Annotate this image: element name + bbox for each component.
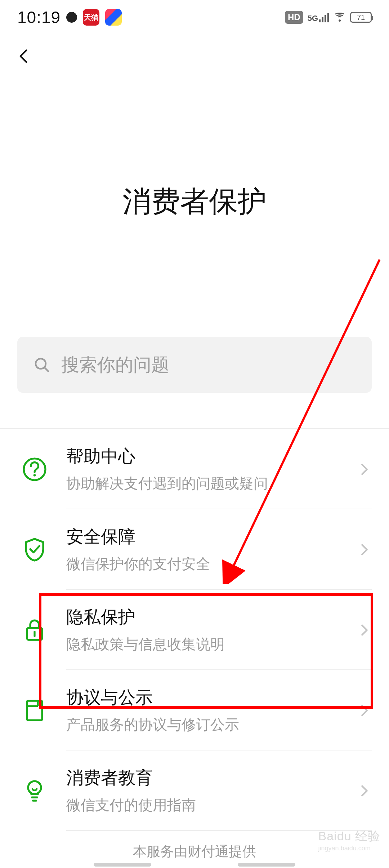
app-icon-tmall: 天猫 xyxy=(83,9,99,26)
hd-badge-icon: HD xyxy=(285,11,303,24)
list-item-title: 协议与公示 xyxy=(66,686,343,709)
list-item-privacy[interactable]: 隐私保护 隐私政策与信息收集说明 xyxy=(17,590,372,670)
lightbulb-icon xyxy=(17,774,52,808)
svg-rect-6 xyxy=(27,701,42,720)
chevron-right-icon xyxy=(357,703,372,718)
chevron-right-icon xyxy=(357,784,372,798)
menu-list: 帮助中心 协助解决支付遇到的问题或疑问 安全保障 微信保护你的支付安全 xyxy=(0,428,389,831)
document-icon xyxy=(17,693,52,728)
list-item-agreements[interactable]: 协议与公示 产品服务的协议与修订公示 xyxy=(17,670,372,750)
search-placeholder: 搜索你的问题 xyxy=(61,353,169,377)
svg-point-3 xyxy=(33,474,36,477)
list-item-title: 隐私保护 xyxy=(66,606,343,629)
list-item-text: 消费者教育 微信支付的使用指南 xyxy=(66,766,343,815)
list-item-subtitle: 微信保护你的支付安全 xyxy=(66,554,343,574)
list-item-security[interactable]: 安全保障 微信保护你的支付安全 xyxy=(17,509,372,590)
wifi-icon xyxy=(334,12,346,22)
search-section: 搜索你的问题 xyxy=(0,337,389,393)
list-item-title: 消费者教育 xyxy=(66,766,343,789)
signal-bars-icon xyxy=(319,12,329,22)
status-right: HD 5G 71 xyxy=(285,11,372,24)
watermark-brand: Baidu 经验 xyxy=(318,829,380,843)
svg-point-9 xyxy=(28,781,41,794)
back-button[interactable] xyxy=(13,45,35,67)
watermark: Baidu 经验 jingyan.baidu.com xyxy=(318,828,380,852)
chevron-left-icon xyxy=(16,48,32,64)
list-item-subtitle: 协助解决支付遇到的问题或疑问 xyxy=(66,474,343,493)
nav-bar xyxy=(0,35,389,78)
list-item-help-center[interactable]: 帮助中心 协助解决支付遇到的问题或疑问 xyxy=(17,429,372,509)
lock-icon xyxy=(17,613,52,647)
list-item-title: 安全保障 xyxy=(66,525,343,548)
list-item-subtitle: 隐私政策与信息收集说明 xyxy=(66,634,343,654)
list-item-text: 安全保障 微信保护你的支付安全 xyxy=(66,525,343,574)
network-type-label: 5G xyxy=(308,14,318,22)
battery-icon: 71 xyxy=(350,12,372,23)
list-item-title: 帮助中心 xyxy=(66,445,343,468)
list-item-text: 隐私保护 隐私政策与信息收集说明 xyxy=(66,606,343,654)
list-item-education[interactable]: 消费者教育 微信支付的使用指南 xyxy=(17,750,372,831)
question-circle-icon xyxy=(17,452,52,487)
nav-indicator xyxy=(0,863,389,867)
chevron-right-icon xyxy=(357,623,372,637)
battery-level: 71 xyxy=(357,13,365,22)
page-title: 消费者保护 xyxy=(0,182,389,221)
list-item-subtitle: 微信支付的使用指南 xyxy=(66,795,343,815)
chevron-right-icon xyxy=(357,542,372,557)
watermark-sub: jingyan.baidu.com xyxy=(318,845,380,852)
app-icon-color xyxy=(105,9,122,26)
shield-check-icon xyxy=(17,532,52,567)
svg-line-1 xyxy=(45,368,48,371)
status-time: 10:19 xyxy=(17,8,61,27)
status-left: 10:19 天猫 xyxy=(17,8,122,27)
search-input[interactable]: 搜索你的问题 xyxy=(17,337,372,393)
list-item-subtitle: 产品服务的协议与修订公示 xyxy=(66,715,343,735)
list-item-text: 协议与公示 产品服务的协议与修订公示 xyxy=(66,686,343,735)
status-bar: 10:19 天猫 HD 5G 71 xyxy=(0,0,389,35)
signal-icon: 5G xyxy=(308,12,329,22)
chevron-right-icon xyxy=(357,462,372,477)
list-item-text: 帮助中心 协助解决支付遇到的问题或疑问 xyxy=(66,445,343,493)
search-icon xyxy=(33,356,50,373)
notification-dot-icon xyxy=(66,12,77,23)
